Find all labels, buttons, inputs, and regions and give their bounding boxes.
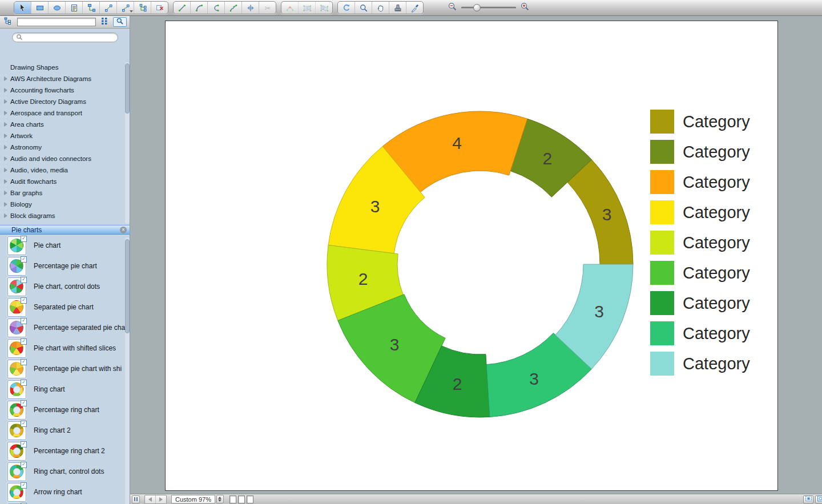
legend-item[interactable]: Category: [650, 200, 750, 224]
pie-charts-panel-header[interactable]: Pie charts ×: [0, 225, 130, 235]
document-page[interactable]: 324323233 CategoryCategoryCategoryCatego…: [165, 21, 778, 491]
stencil-item[interactable]: ✓Ring chart, control dots: [0, 461, 126, 482]
search-view-button[interactable]: [113, 17, 127, 27]
edit-curve-tool-button[interactable]: [281, 2, 299, 14]
ellipse-tool-button[interactable]: [49, 2, 66, 14]
text-tool-button[interactable]: [66, 2, 83, 14]
pan-tool-button[interactable]: [372, 2, 389, 14]
search-input[interactable]: [23, 34, 111, 42]
dropdown-caret-icon[interactable]: [130, 10, 133, 13]
checked-checkbox-icon[interactable]: ✓: [21, 277, 27, 283]
sidebar-category[interactable]: Area charts: [0, 119, 126, 130]
checked-checkbox-icon[interactable]: ✓: [21, 421, 27, 427]
checked-checkbox-icon[interactable]: ✓: [21, 462, 27, 468]
pointer-tool-button[interactable]: [14, 2, 31, 14]
checked-checkbox-icon[interactable]: ✓: [21, 338, 27, 345]
checked-checkbox-icon[interactable]: ✓: [21, 380, 27, 386]
stencil-item[interactable]: ✓Pie chart: [0, 235, 126, 256]
sidebar-category[interactable]: Audio and video connectors: [0, 153, 126, 164]
legend-item[interactable]: Category: [650, 321, 750, 345]
checked-checkbox-icon[interactable]: ✓: [21, 359, 27, 365]
sidebar-category[interactable]: Drawing Shapes: [0, 62, 126, 73]
zoom-slider-thumb[interactable]: [473, 4, 481, 11]
checked-checkbox-icon[interactable]: ✓: [21, 400, 27, 406]
split-tool-button[interactable]: ✂: [259, 2, 276, 14]
library-filter-input[interactable]: [17, 18, 96, 26]
page-thumbnail[interactable]: [247, 495, 253, 503]
sidebar-category[interactable]: Audit flowcharts: [0, 176, 126, 187]
sidebar-category[interactable]: Artwork: [0, 130, 126, 142]
sidebar-category[interactable]: Audio, video, media: [0, 164, 126, 176]
direct-connector-tool-button[interactable]: [100, 2, 117, 14]
line-tool-button[interactable]: [174, 2, 191, 14]
smart-connector-tool-button[interactable]: [117, 2, 134, 14]
arc-tool-button[interactable]: [191, 2, 208, 14]
bezier-tool-button[interactable]: [208, 2, 225, 14]
eyedropper-tool-button[interactable]: [406, 2, 423, 14]
rotate-tool-button[interactable]: [338, 2, 355, 14]
checked-checkbox-icon[interactable]: ✓: [21, 256, 27, 263]
splitter-handle[interactable]: [132, 495, 140, 503]
stencil-item[interactable]: ✓Pie chart with shifted slices: [0, 338, 126, 358]
checked-checkbox-icon[interactable]: ✓: [21, 441, 27, 447]
legend-item[interactable]: Category: [650, 140, 750, 164]
zoom-stepper[interactable]: [216, 495, 224, 503]
grid-view-button[interactable]: [98, 17, 111, 27]
zoom-tool-button[interactable]: [355, 2, 372, 14]
delete-connector-tool-button[interactable]: [151, 2, 168, 14]
stencil-item[interactable]: ✓Arrow ring chart: [0, 482, 126, 502]
checked-checkbox-icon[interactable]: ✓: [21, 236, 27, 242]
ring-slice-0[interactable]: [567, 160, 633, 264]
fit-page-button[interactable]: [803, 495, 813, 503]
stamp-tool-button[interactable]: [389, 2, 406, 14]
sidebar-category[interactable]: Accounting flowcharts: [0, 84, 126, 96]
sidebar-category[interactable]: Astronomy: [0, 142, 126, 153]
checked-checkbox-icon[interactable]: ✓: [21, 482, 27, 489]
stencil-item[interactable]: ✓Percentage separated pie chart: [0, 317, 126, 338]
zoom-slider[interactable]: [461, 7, 516, 9]
sidebar-category[interactable]: Active Directory Diagrams: [0, 96, 126, 107]
sidebar-category[interactable]: Bar graphs: [0, 187, 126, 199]
distribute-tool-button[interactable]: [242, 2, 259, 14]
sidebar-category[interactable]: Biology: [0, 199, 126, 210]
prev-page-button[interactable]: [145, 495, 156, 503]
group-tool-button[interactable]: [299, 2, 316, 14]
actual-size-button[interactable]: [815, 495, 822, 503]
next-page-button[interactable]: [156, 495, 166, 503]
legend-item[interactable]: Category: [650, 261, 750, 285]
polyline-tool-button[interactable]: [225, 2, 242, 14]
zoom-out-icon[interactable]: [448, 2, 457, 14]
tree-view-button[interactable]: [2, 17, 15, 27]
stencil-item[interactable]: ✓Ring chart: [0, 379, 126, 400]
zoom-level-value[interactable]: Custom 97%: [171, 495, 215, 503]
stencil-item[interactable]: ✓Pie chart, control dots: [0, 276, 126, 297]
branch-connector-tool-button[interactable]: [134, 2, 151, 14]
stencil-item[interactable]: ✓Separated pie chart: [0, 297, 126, 317]
sidebar-category[interactable]: AWS Architecture Diagrams: [0, 73, 126, 84]
legend-item[interactable]: Category: [650, 352, 750, 376]
zoom-in-icon[interactable]: [520, 2, 530, 14]
stencil-item[interactable]: ✓Percentage pie chart with shi: [0, 358, 126, 379]
page-thumbnail[interactable]: [238, 495, 245, 503]
legend-item[interactable]: Category: [650, 110, 750, 134]
rectangle-tool-button[interactable]: [31, 2, 49, 14]
legend-item[interactable]: Category: [650, 170, 750, 194]
legend-item[interactable]: Category: [650, 291, 750, 315]
legend-item[interactable]: Category: [650, 231, 750, 255]
ungroup-tool-button[interactable]: [316, 2, 332, 14]
category-scrollbar-thumb[interactable]: [125, 63, 130, 114]
category-scrollbar[interactable]: [125, 62, 130, 224]
stencil-scrollbar[interactable]: [125, 237, 130, 504]
search-field[interactable]: [12, 33, 118, 42]
checked-checkbox-icon[interactable]: ✓: [21, 318, 27, 324]
stencil-scrollbar-thumb[interactable]: [125, 239, 130, 333]
stencil-item[interactable]: ✓Percentage ring chart 2: [0, 441, 126, 461]
sidebar-category[interactable]: Block diagrams: [0, 210, 126, 221]
stencil-item[interactable]: ✓Percentage ring chart: [0, 400, 126, 420]
tree-connector-tool-button[interactable]: [83, 2, 100, 14]
stencil-item[interactable]: ✓Percentage pie chart: [0, 256, 126, 276]
checked-checkbox-icon[interactable]: ✓: [21, 297, 27, 304]
stencil-item[interactable]: ✓Ring chart 2: [0, 420, 126, 441]
sidebar-category[interactable]: Aerospace and transport: [0, 107, 126, 119]
page-thumbnail[interactable]: [229, 495, 236, 503]
